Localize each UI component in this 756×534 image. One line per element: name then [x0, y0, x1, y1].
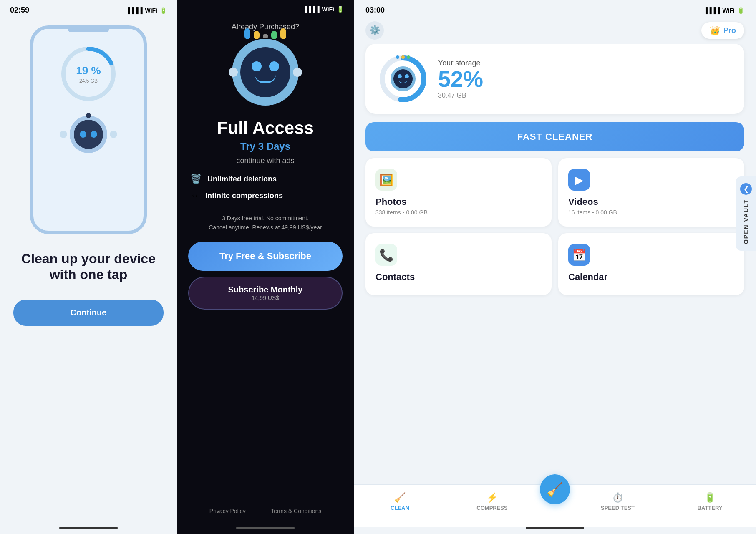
avatar-dot-3: [407, 55, 410, 59]
avatar-dot-1: [396, 55, 399, 59]
center-action-button[interactable]: 🧹: [540, 474, 570, 504]
contacts-card[interactable]: 📞 Contacts: [365, 233, 552, 295]
videos-icon: ▶: [568, 169, 590, 191]
phone-notch: [68, 29, 109, 32]
robot-antenna-dot: [86, 113, 91, 118]
signal-icon-2: ▐▐▐▐: [303, 6, 320, 13]
calendar-icon: 📅: [568, 244, 590, 266]
clean-icon: 🧹: [394, 492, 406, 503]
avatar-dot-2: [401, 55, 405, 59]
home-indicator-1: [59, 527, 118, 529]
status-icons-1: ▐▐▐▐ WiFi 🔋: [126, 7, 167, 14]
nav-clean[interactable]: 🧹 CLEAN: [354, 489, 446, 514]
nav-battery[interactable]: 🔋 BATTERY: [664, 489, 756, 514]
photos-icon: 🖼️: [375, 169, 397, 191]
wifi-icon: WiFi: [145, 7, 157, 14]
storage-info: Your storage 52% 30.47 GB: [438, 59, 732, 99]
robot-ear-left: [60, 131, 67, 138]
home-indicator-3: [526, 527, 584, 529]
robot-smile: [255, 75, 276, 83]
trash-icon: 🗑️: [190, 174, 202, 184]
pro-badge[interactable]: 👑 Pro: [701, 22, 744, 39]
feature-text-1: Unlimited deletions: [207, 175, 277, 184]
screen-main-app: 03:00 ▐▐▐▐ WiFi 🔋 ⚙️ 👑 Pro: [354, 0, 756, 534]
try-free-subscribe-button[interactable]: Try Free & Subscribe: [188, 242, 343, 271]
storage-pct-1: 19 %: [76, 64, 101, 77]
status-bar-3: 03:00 ▐▐▐▐ WiFi 🔋: [354, 0, 756, 17]
battery-label: BATTERY: [698, 505, 723, 511]
robot-eye-left-small: [80, 131, 86, 138]
contacts-title: Contacts: [375, 272, 542, 282]
photos-subtitle: 338 items • 0.00 GB: [375, 209, 542, 216]
screen-subscription: ▐▐▐▐ WiFi 🔋 Already Purchased?: [177, 0, 354, 534]
subscribe-monthly-button[interactable]: Subscribe Monthly 14,99 US$: [188, 277, 343, 310]
spike-yellow-left: [254, 31, 260, 39]
spike-green-right: [271, 31, 277, 39]
videos-title: Videos: [568, 196, 734, 207]
speed-test-icon: ⏱️: [612, 492, 623, 503]
open-vault-button[interactable]: ❮ OPEN VAULT: [736, 176, 756, 251]
storage-donut-chart: [378, 54, 428, 104]
feature-text-2: Infinite compressions: [205, 191, 283, 200]
battery-icon-2: 🔋: [337, 6, 344, 13]
phone-mockup: 19 % 24,5 GB: [30, 25, 147, 234]
feature-unlimited-deletions: 🗑️ Unlimited deletions: [190, 174, 340, 184]
avatar-eye-right: [405, 74, 409, 78]
terms-conditions-link[interactable]: Terms & Conditions: [271, 508, 321, 514]
trial-text: 3 Days free trial. No commitment.Cancel …: [209, 214, 322, 232]
compress-icon-nav: ⚡: [486, 492, 498, 503]
storage-gb-1: 24,5 GB: [76, 78, 101, 84]
robot-avatar: [391, 66, 416, 91]
privacy-policy-link[interactable]: Privacy Policy: [209, 508, 246, 514]
footer-links: Privacy Policy Terms & Conditions: [209, 508, 322, 514]
robot-large: [232, 39, 299, 110]
battery-nav-icon: 🔋: [704, 492, 716, 503]
robot-eye-right-large: [269, 61, 279, 71]
antenna-base: [263, 34, 268, 38]
wifi-icon-2: WiFi: [322, 6, 334, 13]
screen-onboarding: 02:59 ▐▐▐▐ WiFi 🔋 19 % 24,5 GB: [0, 0, 177, 534]
feature-grid: 🖼️ Photos 338 items • 0.00 GB ▶ Videos 1…: [365, 158, 744, 295]
calendar-title: Calendar: [568, 272, 734, 282]
settings-button[interactable]: ⚙️: [365, 21, 384, 40]
photos-title: Photos: [375, 196, 542, 207]
full-access-title: Full Access: [217, 118, 314, 138]
robot-face-large: [240, 47, 290, 97]
compress-label: COMPRESS: [476, 505, 507, 511]
videos-subtitle: 16 items • 0.00 GB: [568, 209, 734, 216]
continue-with-ads-link[interactable]: continue with ads: [236, 156, 294, 165]
nav-speed-test[interactable]: ⏱️ SPEED TEST: [572, 489, 664, 514]
status-icons-2: ▐▐▐▐ WiFi 🔋: [303, 6, 344, 13]
robot-small: [70, 116, 107, 153]
nav-compress[interactable]: ⚡ COMPRESS: [446, 489, 538, 514]
features-list: 🗑️ Unlimited deletions ↔️ Infinite compr…: [190, 174, 340, 207]
status-bar-1: 02:59 ▐▐▐▐ WiFi 🔋: [0, 0, 177, 17]
battery-icon-3: 🔋: [737, 7, 744, 14]
calendar-card[interactable]: 📅 Calendar: [558, 233, 744, 295]
contacts-icon: 📞: [375, 244, 397, 266]
fast-cleaner-button[interactable]: FAST CLEANER: [365, 122, 744, 151]
home-indicator-2: [236, 527, 295, 529]
signal-icon-3: ▐▐▐▐: [703, 7, 720, 14]
spike-blue-left: [244, 28, 250, 39]
speed-test-label: SPEED TEST: [601, 505, 635, 511]
feature-infinite-compressions: ↔️ Infinite compressions: [190, 190, 340, 201]
bottom-navigation: 🧹 CLEAN ⚡ COMPRESS ⏱️ SPEED TEST 🔋 BATTE…: [354, 484, 756, 527]
compress-icon: ↔️: [190, 190, 199, 201]
videos-card[interactable]: ▶ Videos 16 items • 0.00 GB: [558, 158, 744, 227]
robot-ear-right: [110, 131, 117, 138]
clean-label: CLEAN: [391, 505, 409, 511]
try-days-text: Try 3 Days: [240, 141, 290, 152]
robot-face-small: [74, 120, 103, 149]
time-1: 02:59: [10, 6, 29, 15]
robot-ear-right-large: [293, 68, 302, 77]
subscribe-price: 14,99 US$: [189, 295, 342, 301]
photos-card[interactable]: 🖼️ Photos 338 items • 0.00 GB: [365, 158, 552, 227]
main-content: Your storage 52% 30.47 GB FAST CLEANER 🖼…: [354, 44, 756, 484]
storage-percentage: 52%: [438, 68, 732, 90]
signal-icon: ▐▐▐▐: [126, 7, 143, 14]
onboarding-title: Clean up your device with one tap: [0, 251, 177, 283]
robot-head-large: [232, 39, 299, 106]
robot-eye-right-small: [91, 131, 97, 138]
continue-button[interactable]: Continue: [13, 300, 164, 326]
